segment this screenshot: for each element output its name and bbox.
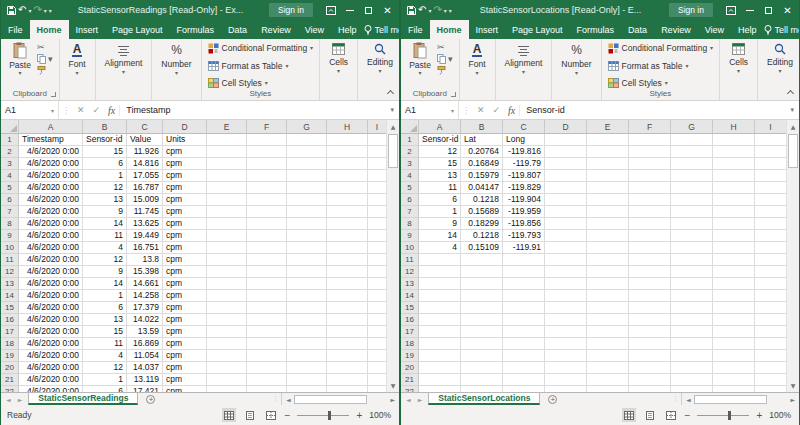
column-header-B[interactable]: B	[461, 120, 503, 133]
formula-bar-splitter[interactable]: ⋮	[59, 106, 73, 115]
number-button[interactable]: % Number ▾	[556, 42, 596, 77]
cell-E2[interactable]	[587, 146, 629, 158]
zoom-out-icon[interactable]: −	[685, 410, 691, 421]
copy-icon[interactable]: ▾	[37, 54, 53, 64]
column-header-A[interactable]: A	[419, 120, 461, 133]
cell-A4[interactable]: 4/6/2020 0:00	[19, 170, 83, 182]
cell-D4[interactable]: cpm	[163, 170, 207, 182]
cell-H6[interactable]	[713, 194, 755, 206]
cell-F12[interactable]	[247, 266, 287, 278]
minimize-button[interactable]	[740, 0, 759, 20]
cell-A8[interactable]: 9	[419, 218, 461, 230]
cell-I7[interactable]	[755, 206, 786, 218]
cell-I1[interactable]	[755, 134, 786, 146]
cell-H4[interactable]	[327, 170, 368, 182]
cell-I2[interactable]	[368, 146, 386, 158]
cell-F11[interactable]	[629, 254, 671, 266]
cell-D20[interactable]: cpm	[163, 362, 207, 374]
cell-C9[interactable]: -119.793	[503, 230, 545, 242]
row-header-10[interactable]: 10	[1, 242, 19, 254]
row-header-11[interactable]: 11	[401, 254, 419, 266]
cell-B21[interactable]	[461, 374, 503, 386]
clipboard-dialog-launcher-icon[interactable]	[451, 92, 456, 97]
cell-B20[interactable]	[461, 362, 503, 374]
cell-B10[interactable]: 4	[83, 242, 127, 254]
row-header-20[interactable]: 20	[401, 362, 419, 374]
cell-E14[interactable]	[207, 290, 247, 302]
cell-H8[interactable]	[327, 218, 368, 230]
cell-D19[interactable]: cpm	[163, 350, 207, 362]
cell-H20[interactable]	[327, 362, 368, 374]
sheet-nav-right-icon[interactable]: ►	[18, 396, 23, 403]
cell-H13[interactable]	[327, 278, 368, 290]
cell-I17[interactable]	[755, 326, 786, 338]
cell-A12[interactable]	[419, 266, 461, 278]
cell-I19[interactable]	[368, 350, 386, 362]
cell-A21[interactable]	[419, 374, 461, 386]
cell-B6[interactable]: 0.1218	[461, 194, 503, 206]
cell-G5[interactable]	[671, 182, 713, 194]
cell-H17[interactable]	[713, 326, 755, 338]
cell-C10[interactable]: 16.751	[127, 242, 163, 254]
row-header-13[interactable]: 13	[1, 278, 19, 290]
scroll-right-icon[interactable]: ►	[387, 396, 398, 403]
cell-C18[interactable]	[503, 338, 545, 350]
cell-D6[interactable]: cpm	[163, 194, 207, 206]
cell-E14[interactable]	[587, 290, 629, 302]
cell-C1[interactable]: Value	[127, 134, 163, 146]
insert-function-icon[interactable]: fx	[104, 105, 120, 116]
cell-D2[interactable]: cpm	[163, 146, 207, 158]
cell-H15[interactable]	[327, 302, 368, 314]
cell-F21[interactable]	[629, 374, 671, 386]
cell-G15[interactable]	[671, 302, 713, 314]
alignment-button[interactable]: Alignment ▾	[500, 42, 548, 76]
cell-C19[interactable]	[503, 350, 545, 362]
column-header-H[interactable]: H	[713, 120, 755, 133]
scroll-up-icon[interactable]: ▲	[387, 120, 399, 133]
select-all-corner[interactable]	[401, 120, 419, 133]
cell-G2[interactable]	[287, 146, 327, 158]
cell-B7[interactable]: 0.15689	[461, 206, 503, 218]
cell-E13[interactable]	[587, 278, 629, 290]
row-header-10[interactable]: 10	[401, 242, 419, 254]
row-header-17[interactable]: 17	[1, 326, 19, 338]
cell-B20[interactable]: 12	[83, 362, 127, 374]
cut-icon[interactable]: ✂	[437, 43, 453, 52]
cell-I3[interactable]	[755, 158, 786, 170]
copy-icon[interactable]: ▾	[437, 54, 453, 64]
cell-E7[interactable]	[207, 206, 247, 218]
cell-D21[interactable]	[545, 374, 587, 386]
cell-I21[interactable]	[755, 374, 786, 386]
cell-D2[interactable]	[545, 146, 587, 158]
cell-F18[interactable]	[247, 338, 287, 350]
cell-I2[interactable]	[755, 146, 786, 158]
column-header-A[interactable]: A	[19, 120, 83, 133]
vscroll-thumb[interactable]	[788, 134, 798, 168]
redo-button[interactable]: ↷	[33, 5, 41, 15]
cell-G14[interactable]	[287, 290, 327, 302]
cell-H9[interactable]	[327, 230, 368, 242]
cell-E4[interactable]	[207, 170, 247, 182]
cell-C4[interactable]: -119.807	[503, 170, 545, 182]
cell-F10[interactable]	[629, 242, 671, 254]
cell-E1[interactable]	[587, 134, 629, 146]
new-sheet-button[interactable]: +	[548, 395, 557, 404]
new-sheet-button[interactable]: +	[146, 395, 155, 404]
paste-button[interactable]: Paste ▾	[405, 42, 435, 89]
cell-H5[interactable]	[713, 182, 755, 194]
vertical-scrollbar[interactable]: ▲ ▼	[386, 120, 399, 392]
cell-B4[interactable]: 1	[83, 170, 127, 182]
cell-D20[interactable]	[545, 362, 587, 374]
cell-I20[interactable]	[368, 362, 386, 374]
expand-formula-bar-icon[interactable]: ▾	[385, 106, 399, 114]
cell-D3[interactable]: cpm	[163, 158, 207, 170]
cell-B17[interactable]	[461, 326, 503, 338]
font-button[interactable]: A Font ▾	[64, 42, 91, 77]
cell-C21[interactable]	[503, 374, 545, 386]
cell-E17[interactable]	[207, 326, 247, 338]
row-header-5[interactable]: 5	[1, 182, 19, 194]
cell-H9[interactable]	[713, 230, 755, 242]
cell-G11[interactable]	[671, 254, 713, 266]
cell-B19[interactable]: 4	[83, 350, 127, 362]
cell-I5[interactable]	[755, 182, 786, 194]
